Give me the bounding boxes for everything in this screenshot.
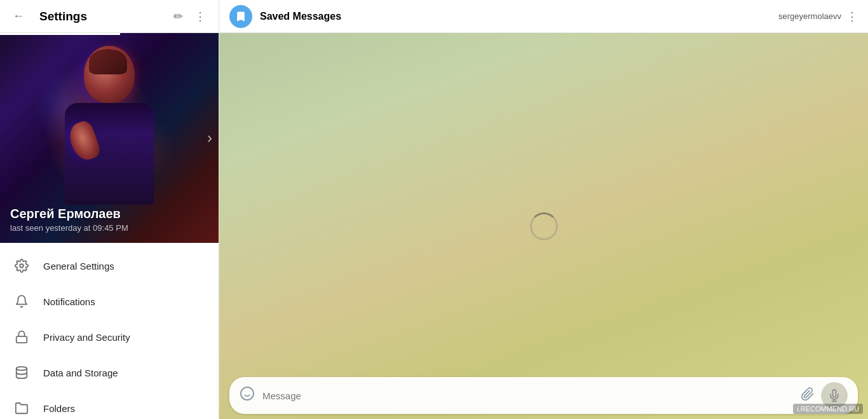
chat-title: Saved Messages bbox=[260, 11, 341, 22]
settings-menu: General Settings Notifications Privacy a… bbox=[0, 243, 219, 419]
profile-name: Сергей Ермолаев bbox=[10, 207, 128, 221]
sidebar-item-notifications[interactable]: Notifications bbox=[0, 284, 219, 319]
database-icon bbox=[13, 364, 31, 381]
folders-label: Folders bbox=[43, 403, 75, 414]
sidebar-item-data[interactable]: Data and Storage bbox=[0, 355, 219, 390]
svg-rect-1 bbox=[17, 336, 27, 343]
profile-background: › Сергей Ермолаев last seen yesterday at… bbox=[0, 33, 219, 243]
chat-more-button[interactable]: ⋮ bbox=[846, 10, 858, 24]
more-button[interactable]: ⋮ bbox=[192, 7, 208, 26]
person-head bbox=[84, 46, 135, 103]
chat-body: i.RECOMMEND.RU bbox=[219, 33, 868, 419]
sidebar-item-general[interactable]: General Settings bbox=[0, 248, 219, 284]
svg-point-2 bbox=[17, 367, 27, 371]
sidebar-item-privacy[interactable]: Privacy and Security bbox=[0, 319, 219, 355]
person-hands bbox=[71, 116, 147, 167]
privacy-security-label: Privacy and Security bbox=[43, 332, 130, 343]
profile-status: last seen yesterday at 09:45 PM bbox=[10, 223, 128, 233]
person-hand-left bbox=[65, 119, 102, 163]
main-panel: Saved Messages sergeyermolaevv ⋮ i.RECOM… bbox=[219, 0, 868, 419]
profile-info: Сергей Ермолаев last seen yesterday at 0… bbox=[10, 207, 128, 233]
person-silhouette bbox=[46, 46, 173, 205]
chat-input-bar bbox=[219, 372, 868, 419]
message-input[interactable] bbox=[262, 390, 793, 401]
chat-header: Saved Messages sergeyermolaevv ⋮ bbox=[219, 0, 868, 33]
header-username: sergeyermolaevv bbox=[778, 11, 841, 21]
person-body bbox=[65, 103, 154, 205]
profile-section: › Сергей Ермолаев last seen yesterday at… bbox=[0, 33, 219, 243]
chat-header-right: sergeyermolaevv ⋮ bbox=[778, 10, 858, 24]
back-button[interactable]: ← bbox=[10, 7, 27, 25]
sidebar: ← Settings ✏ ⋮ › bbox=[0, 0, 219, 419]
edit-button[interactable]: ✏ bbox=[171, 7, 186, 26]
data-storage-label: Data and Storage bbox=[43, 367, 118, 378]
loading-spinner bbox=[530, 212, 558, 240]
general-settings-label: General Settings bbox=[43, 261, 114, 271]
saved-messages-avatar bbox=[229, 5, 252, 28]
chat-input-wrapper bbox=[229, 377, 858, 414]
watermark: i.RECOMMEND.RU bbox=[793, 404, 863, 414]
sidebar-item-folders[interactable]: Folders bbox=[0, 390, 219, 419]
folder-icon bbox=[13, 399, 31, 417]
bell-icon bbox=[13, 292, 31, 310]
gear-icon bbox=[13, 257, 31, 275]
settings-title: Settings bbox=[39, 10, 171, 24]
sidebar-header: ← Settings ✏ ⋮ bbox=[0, 0, 219, 33]
notifications-label: Notifications bbox=[43, 296, 95, 307]
profile-next-arrow[interactable]: › bbox=[207, 129, 212, 147]
emoji-button[interactable] bbox=[240, 386, 255, 405]
attach-button[interactable] bbox=[801, 387, 815, 404]
lock-icon bbox=[13, 328, 31, 346]
svg-point-3 bbox=[241, 387, 254, 400]
svg-point-0 bbox=[20, 264, 24, 268]
